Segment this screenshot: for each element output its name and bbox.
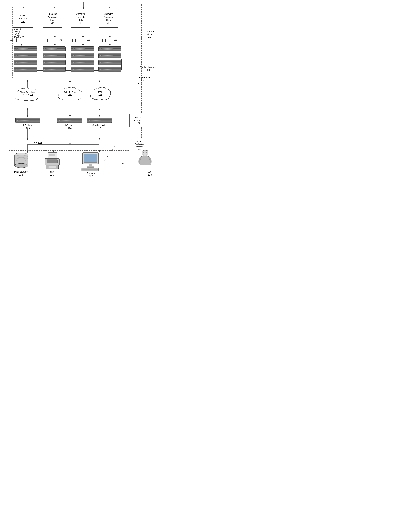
service-application-box: ServiceApplication124 bbox=[129, 114, 147, 127]
operational-group-label: OperationalGroup132 bbox=[138, 76, 150, 85]
io-node-114 bbox=[57, 118, 82, 123]
parallel-computer-label: Parallel Computer 100 bbox=[139, 66, 158, 72]
global-combining-network: Global CombiningNetwork 106 bbox=[13, 87, 42, 103]
svg-rect-54 bbox=[87, 166, 94, 167]
server-r4c2 bbox=[43, 67, 66, 72]
svg-rect-50 bbox=[48, 166, 56, 168]
terminal-label: Terminal122 bbox=[81, 172, 101, 178]
server-r3c3 bbox=[71, 60, 94, 65]
io-node-110 bbox=[15, 118, 40, 123]
svg-rect-56 bbox=[82, 169, 98, 170]
service-node-label: Service Node116 bbox=[87, 124, 112, 130]
queue-508b-label: 508 bbox=[87, 39, 90, 41]
diagram-container: Parallel Computer 100 } ComputeNodes102 … bbox=[0, 0, 160, 195]
svg-rect-53 bbox=[89, 164, 92, 166]
server-r4c1 bbox=[14, 67, 37, 72]
server-r3c2 bbox=[43, 60, 66, 65]
op-param-box-2: OperatingParameterData 504 bbox=[71, 10, 90, 28]
svg-rect-52 bbox=[84, 154, 97, 162]
queue-508c-label: 508 bbox=[114, 39, 117, 41]
server-r1c2 bbox=[43, 47, 66, 52]
queue-508a bbox=[44, 39, 57, 42]
active-message-box: ActiveMessage 502 bbox=[13, 10, 33, 28]
jtag: JTAG104 bbox=[90, 87, 111, 103]
server-r2c4 bbox=[98, 53, 121, 58]
point-to-point: Point To Point108 bbox=[57, 87, 83, 103]
queue-508a-label: 508 bbox=[59, 39, 62, 41]
op-param-box-3: OperatingParameterData 504 bbox=[99, 10, 118, 28]
server-r4c3 bbox=[71, 67, 94, 72]
server-r1c3 bbox=[71, 47, 94, 52]
svg-point-58 bbox=[143, 152, 144, 153]
server-r2c1 bbox=[14, 53, 37, 58]
server-r3c1 bbox=[14, 60, 37, 65]
server-r4c4 bbox=[98, 67, 121, 72]
queue-508b bbox=[72, 39, 85, 42]
server-r2c3 bbox=[71, 53, 94, 58]
parallel-computer-bottom-dash bbox=[9, 151, 142, 151]
server-r1c4 bbox=[98, 47, 121, 52]
svg-rect-48 bbox=[47, 160, 58, 163]
io-node-110-label: I/O Node110 bbox=[15, 124, 40, 130]
data-storage-label: Data Storage118 bbox=[12, 170, 30, 176]
user-label: User128 bbox=[143, 170, 157, 176]
user bbox=[138, 149, 152, 169]
queue-506-label: 506 bbox=[10, 39, 13, 41]
server-r3c4 bbox=[98, 60, 121, 65]
data-storage bbox=[13, 152, 29, 170]
server-r2c2 bbox=[43, 53, 66, 58]
printer bbox=[44, 152, 61, 170]
server-r1c1 bbox=[14, 47, 37, 52]
svg-point-59 bbox=[146, 152, 147, 153]
service-node-116 bbox=[87, 118, 112, 123]
svg-point-39 bbox=[15, 163, 28, 168]
printer-label: Printer120 bbox=[44, 170, 60, 176]
compute-nodes-text: ComputeNodes102 bbox=[147, 30, 156, 39]
io-node-114-label: I/O Node114 bbox=[57, 124, 82, 130]
queue-508c bbox=[99, 39, 112, 42]
terminal bbox=[81, 152, 104, 171]
lan-label: LAN 130 bbox=[33, 141, 42, 144]
queue-506 bbox=[13, 39, 26, 42]
op-param-box-1: OperatingParameterData 504 bbox=[43, 10, 62, 28]
